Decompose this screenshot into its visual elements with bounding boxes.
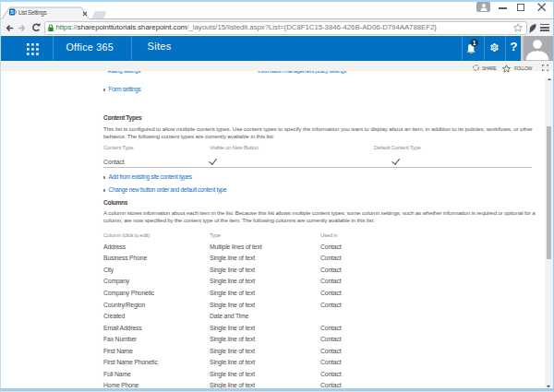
svg-text:1: 1	[472, 40, 476, 46]
